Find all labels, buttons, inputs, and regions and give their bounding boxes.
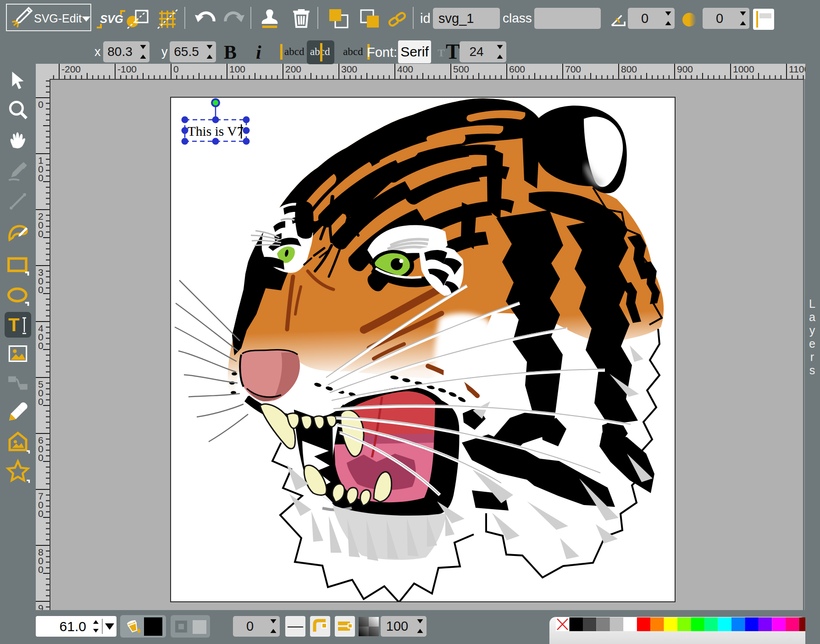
svg-text:500: 500 [38,379,44,407]
svg-text:500: 500 [453,64,469,74]
svg-text:300: 300 [38,267,44,295]
svg-text:This is V7: This is V7 [188,124,244,139]
svg-text:1000: 1000 [733,64,754,74]
svg-text:600: 600 [509,64,525,74]
svg-text:-100: -100 [117,64,137,74]
svg-text:1100: 1100 [789,64,805,74]
svg-text:0: 0 [38,99,44,110]
svg-text:700: 700 [38,491,44,519]
svg-text:200: 200 [38,211,44,239]
svg-text:900: 900 [677,64,693,74]
svg-text:800: 800 [621,64,637,74]
svg-text:700: 700 [565,64,581,74]
svg-text:400: 400 [397,64,413,74]
svg-text:300: 300 [341,64,357,74]
svg-text:0: 0 [173,64,179,74]
svg-text:800: 800 [38,547,44,575]
svg-text:100: 100 [229,64,245,74]
svg-text:-200: -200 [61,64,81,74]
svg-text:200: 200 [285,64,301,74]
svg-text:100: 100 [38,155,44,183]
svg-text:600: 600 [38,435,44,463]
svg-text:900: 900 [38,603,44,610]
svg-text:400: 400 [38,323,44,351]
